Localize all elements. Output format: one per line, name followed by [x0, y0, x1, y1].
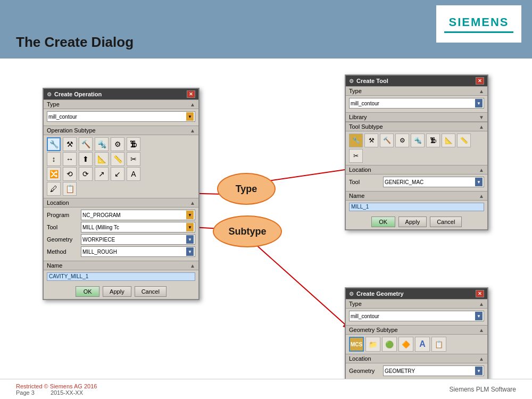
name-input[interactable]: CAVITY_MILL_1 — [47, 272, 195, 281]
create-tool-ok-button[interactable]: OK — [371, 217, 395, 227]
op-icon-12[interactable]: ✂ — [127, 152, 140, 166]
tool-subtype-section-arrow: ▲ — [479, 124, 484, 130]
program-select-arrow[interactable]: ▼ — [186, 211, 194, 219]
op-icon-9[interactable]: ⬆ — [79, 152, 93, 166]
geo-icon-1[interactable]: MCS — [349, 337, 364, 352]
op-icon-17[interactable]: ↙ — [111, 167, 124, 181]
tool-name-section-header: Name ▲ — [346, 191, 487, 201]
tool-type-select-arrow[interactable]: ▼ — [475, 99, 483, 107]
tool-row: Tool MILL (Milling Tc ▼ — [47, 222, 195, 232]
geo-type-select[interactable]: mill_contour ▼ — [349, 311, 484, 321]
op-icon-19[interactable]: 🖊 — [47, 182, 61, 196]
type-select-arrow[interactable]: ▼ — [186, 112, 194, 121]
type-row: mill_contour ▼ — [47, 111, 195, 122]
create-tool-titlebar: ⚙ Create Tool ✕ — [346, 76, 487, 86]
tool-type-section-arrow: ▲ — [479, 88, 484, 94]
tool-type-select[interactable]: mill_contour ▼ — [349, 98, 484, 109]
svg-line-4 — [250, 239, 351, 330]
footer: Restricted © Siemens AG 2016 Page 3 2015… — [0, 379, 532, 399]
create-operation-dialog: ⚙ Create Operation ✕ Type ▲ mill_contour… — [43, 88, 200, 300]
tool-tool-select[interactable]: GENERIC_MAC ▼ — [383, 177, 484, 187]
footer-page: Page 3 — [16, 389, 35, 396]
geo-icon-3[interactable]: 🟢 — [382, 337, 397, 352]
create-tool-dialog: ⚙ Create Tool ✕ Type ▲ mill_contour ▼ — [345, 74, 488, 230]
geo-location-row: Geometry GEOMETRY ▼ — [349, 365, 484, 376]
geo-subtype-section-header: Geometry Subtype ▲ — [346, 325, 487, 335]
geo-icon-6[interactable]: 📋 — [431, 337, 446, 352]
create-operation-titlebar: ⚙ Create Operation ✕ — [44, 89, 198, 99]
type-callout: Type — [217, 173, 276, 205]
create-tool-apply-button[interactable]: Apply — [398, 217, 427, 227]
op-icon-14[interactable]: ⟲ — [63, 167, 77, 181]
op-icon-11[interactable]: 📏 — [111, 152, 124, 166]
tool-select-arrow[interactable]: ▼ — [186, 223, 194, 231]
tool-tool-select-arrow[interactable]: ▼ — [475, 178, 483, 186]
create-tool-buttons: OK Apply Cancel — [346, 213, 487, 229]
op-icon-16[interactable]: ↗ — [95, 167, 109, 181]
op-icon-20[interactable]: 📋 — [63, 182, 77, 196]
geo-type-section-header: Type ▲ — [346, 299, 487, 309]
op-icon-3[interactable]: 🔨 — [79, 137, 93, 151]
page-title: The Create Dialog — [16, 34, 134, 51]
tool-location-row: Tool GENERIC_MAC ▼ — [349, 177, 484, 187]
geo-geometry-select-arrow[interactable]: ▼ — [475, 367, 483, 375]
location-section-header: Location ▲ — [44, 198, 198, 207]
create-operation-close-button[interactable]: ✕ — [187, 90, 195, 98]
geo-geometry-select[interactable]: GEOMETRY ▼ — [383, 365, 484, 376]
op-icon-1[interactable]: 🔧 — [47, 137, 61, 151]
tool-icon-1[interactable]: 🔧 — [349, 134, 363, 147]
op-icon-6[interactable]: 🗜 — [127, 137, 140, 151]
geometry-select[interactable]: WORKPIECE ▼ — [81, 234, 195, 245]
method-row: Method MILL_ROUGH ▼ — [47, 246, 195, 257]
tool-type-row: mill_contour ▼ — [349, 98, 484, 109]
op-icon-4[interactable]: 🔩 — [95, 137, 109, 151]
method-select-arrow[interactable]: ▼ — [186, 247, 194, 256]
tool-name-section-arrow: ▲ — [479, 193, 484, 199]
geo-icon-5[interactable]: A — [415, 337, 430, 352]
tool-icon-7[interactable]: 📐 — [442, 134, 455, 147]
op-icon-10[interactable]: 📐 — [95, 152, 109, 166]
tool-icon-2[interactable]: ⚒ — [364, 134, 378, 147]
tool-name-input[interactable]: MILL_1 — [349, 203, 484, 211]
geo-subtype-icons: MCS 📁 🟢 🔶 A 📋 — [346, 335, 487, 354]
tool-icon-4[interactable]: ⚙ — [395, 134, 409, 147]
geometry-select-arrow[interactable]: ▼ — [186, 235, 194, 244]
name-section-header: Name ▲ — [44, 261, 198, 270]
create-operation-apply-button[interactable]: Apply — [103, 286, 131, 297]
op-icon-5[interactable]: ⚙ — [111, 137, 124, 151]
op-icon-18[interactable]: A — [127, 167, 140, 181]
operation-subtype-grid: 🔧 ⚒ 🔨 🔩 ⚙ 🗜 ↕ ↔ ⬆ 📐 📏 ✂ 🔀 ⟲ ⟳ ↗ ↙ A 🖊 📋 — [44, 135, 198, 198]
tool-location-section-arrow: ▲ — [479, 167, 484, 173]
tool-icon-9[interactable]: ✂ — [349, 149, 363, 163]
op-icon-7[interactable]: ↕ — [47, 152, 61, 166]
geo-icon-4[interactable]: 🔶 — [398, 337, 413, 352]
method-select[interactable]: MILL_ROUGH ▼ — [81, 246, 195, 257]
library-section-arrow: ▼ — [479, 114, 484, 120]
type-select[interactable]: mill_contour ▼ — [47, 111, 195, 122]
tool-select[interactable]: MILL (Milling Tc ▼ — [81, 222, 195, 232]
tool-icon-8[interactable]: 📏 — [457, 134, 471, 147]
op-icon-15[interactable]: ⟳ — [79, 167, 93, 181]
tool-gear-icon: ⚙ — [349, 78, 354, 84]
tool-icon-3[interactable]: 🔨 — [380, 134, 394, 147]
geo-icon-2[interactable]: 📁 — [365, 337, 380, 352]
tool-icon-5[interactable]: 🔩 — [411, 134, 425, 147]
create-geometry-close-button[interactable]: ✕ — [476, 290, 484, 297]
geo-type-section-arrow: ▲ — [479, 301, 484, 307]
create-operation-ok-button[interactable]: OK — [76, 286, 99, 297]
op-icon-8[interactable]: ↔ — [63, 152, 77, 166]
op-icon-13[interactable]: 🔀 — [47, 167, 61, 181]
create-tool-cancel-button[interactable]: Cancel — [430, 217, 462, 227]
program-select[interactable]: NC_PROGRAM ▼ — [81, 210, 195, 220]
geo-location-section-arrow: ▲ — [479, 356, 484, 362]
geo-type-select-arrow[interactable]: ▼ — [475, 312, 483, 320]
logo-line — [444, 31, 513, 33]
footer-right: Siemens PLM Software — [450, 386, 516, 393]
tool-icon-6[interactable]: 🗜 — [426, 134, 440, 147]
create-tool-close-button[interactable]: ✕ — [476, 77, 484, 85]
geometry-row: Geometry WORKPIECE ▼ — [47, 234, 195, 245]
op-icon-2[interactable]: ⚒ — [63, 137, 77, 151]
logo-text: SIEMENS — [448, 15, 509, 29]
create-operation-cancel-button[interactable]: Cancel — [135, 286, 167, 297]
location-section-arrow: ▲ — [190, 200, 195, 206]
